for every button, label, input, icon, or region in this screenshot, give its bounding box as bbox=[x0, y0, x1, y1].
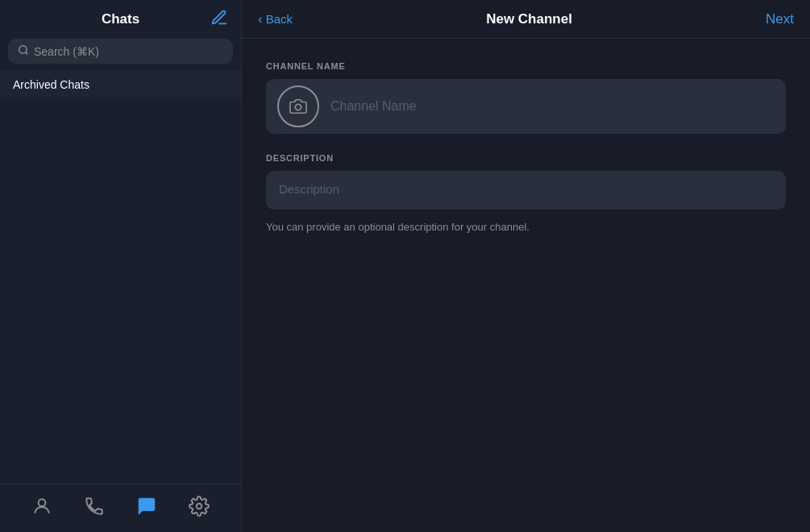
main-panel: ‹ Back New Channel Next CHANNEL NAME DES… bbox=[242, 0, 810, 532]
settings-icon[interactable] bbox=[189, 496, 210, 522]
sidebar-bottom bbox=[0, 484, 241, 532]
phone-icon[interactable] bbox=[84, 496, 105, 522]
next-button[interactable]: Next bbox=[766, 11, 794, 27]
svg-point-4 bbox=[295, 104, 301, 110]
camera-icon bbox=[289, 98, 307, 115]
description-section-label: DESCRIPTION bbox=[266, 153, 786, 163]
search-icon bbox=[18, 44, 29, 58]
panel-content: CHANNEL NAME DESCRIPTION You can provide… bbox=[242, 39, 810, 532]
archived-chats-row[interactable]: Archived Chats bbox=[0, 70, 241, 99]
sidebar: Chats Search (⌘K) Archived Chats bbox=[0, 0, 242, 532]
channel-name-input[interactable] bbox=[330, 99, 775, 114]
compose-icon[interactable] bbox=[210, 9, 228, 31]
description-hint: You can provide an optional description … bbox=[266, 221, 786, 233]
panel-title: New Channel bbox=[486, 11, 572, 27]
description-input[interactable] bbox=[266, 171, 786, 210]
archived-chats-label: Archived Chats bbox=[13, 78, 89, 91]
svg-point-0 bbox=[19, 46, 27, 53]
channel-name-row bbox=[266, 79, 786, 134]
search-bar[interactable]: Search (⌘K) bbox=[8, 39, 233, 64]
back-label: Back bbox=[266, 12, 293, 26]
back-button[interactable]: ‹ Back bbox=[258, 11, 293, 27]
avatar-upload-button[interactable] bbox=[277, 85, 319, 127]
sidebar-header: Chats bbox=[0, 0, 241, 39]
svg-point-3 bbox=[196, 503, 201, 509]
chat-bubble-icon[interactable] bbox=[136, 496, 157, 522]
back-chevron-icon: ‹ bbox=[258, 11, 263, 27]
channel-name-section-label: CHANNEL NAME bbox=[266, 61, 786, 71]
sidebar-title: Chats bbox=[102, 11, 139, 27]
svg-line-1 bbox=[26, 52, 28, 55]
panel-header: ‹ Back New Channel Next bbox=[242, 0, 810, 39]
search-text: Search (⌘K) bbox=[34, 45, 99, 58]
contacts-icon[interactable] bbox=[31, 496, 52, 522]
svg-point-2 bbox=[39, 499, 46, 506]
